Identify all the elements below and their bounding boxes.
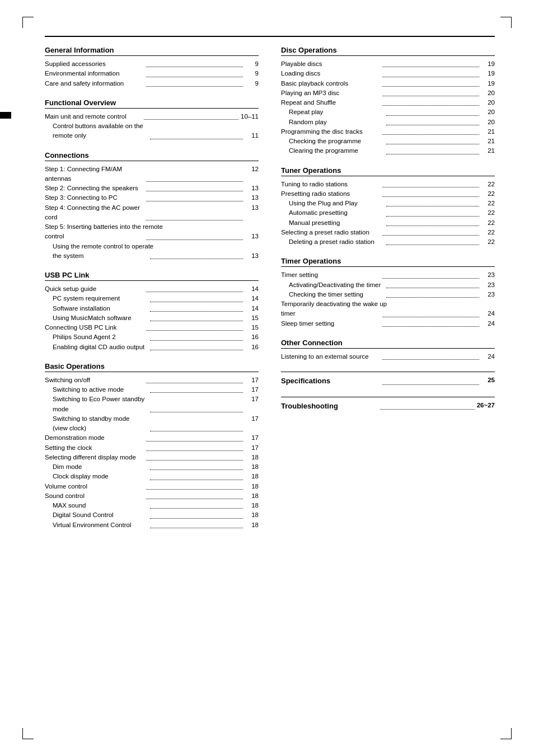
toc-item-dots <box>386 137 479 144</box>
toc-item-page: 17 <box>245 443 259 453</box>
toc-item: Supplied accessories9 <box>45 59 259 69</box>
toc-item: Switching to standby mode (view clock)17 <box>45 414 259 434</box>
toc-item-page: 9 <box>245 79 259 88</box>
toc-item-page: 18 <box>245 520 259 530</box>
page-num-specifications: 25 <box>481 375 495 387</box>
toc-item: Manual presetting22 <box>281 218 495 228</box>
toc-item-page: 13 <box>245 193 259 203</box>
toc-item-dots <box>146 323 243 331</box>
toc-item: Selecting a preset radio station22 <box>281 228 495 237</box>
toc-item-text: Enabling digital CD audio output <box>53 342 148 352</box>
toc-item-page: 9 <box>245 69 259 78</box>
toc-item-page: 18 <box>245 491 259 501</box>
toc-item: Random play20 <box>281 118 495 127</box>
toc-item-dots <box>386 218 479 226</box>
toc-item: Listening to an external source24 <box>281 352 495 361</box>
toc-item-page: 22 <box>481 208 495 218</box>
toc-item-dots <box>386 146 479 154</box>
toc-item-page: 19 <box>481 59 495 69</box>
toc-item-text: Virtual Environment Control <box>53 520 148 530</box>
toc-item-dots <box>146 443 243 451</box>
toc-item-page: 19 <box>481 69 495 78</box>
toc-item: Volume control18 <box>45 482 259 491</box>
toc-item-dots <box>146 59 243 67</box>
toc-item-page: 12 <box>245 165 259 184</box>
section-title-troubleshooting: Troubleshooting <box>281 401 378 412</box>
toc-item-text: Checking the programme <box>289 137 384 146</box>
toc-item-text: MAX sound <box>53 501 148 510</box>
toc-item-text: Selecting a preset radio station <box>281 228 380 237</box>
section-title-row-troubleshooting: Troubleshooting26~27 <box>281 397 495 412</box>
toc-item-dots <box>146 232 243 240</box>
section-title-basic-operations: Basic Operations <box>45 362 259 372</box>
toc-item-text: Using the Plug and Play <box>289 199 384 208</box>
corner-mark-tr <box>500 17 512 28</box>
toc-item: Deleting a preset radio station22 <box>281 237 495 247</box>
toc-item: Sound control18 <box>45 491 259 501</box>
toc-item-text: Playable discs <box>281 59 380 69</box>
toc-item-dots <box>382 309 479 317</box>
toc-item: Using the Plug and Play22 <box>281 199 495 208</box>
toc-item: Control buttons available on the <box>45 121 259 131</box>
toc-item-text: Software installation <box>53 304 148 313</box>
toc-item-dots <box>150 472 243 480</box>
toc-item: Enabling digital CD audio output16 <box>45 342 259 352</box>
toc-item-text: Switching to active mode <box>53 385 148 395</box>
toc-item: Repeat and Shuffle20 <box>281 98 495 107</box>
toc-item: Software installation14 <box>45 304 259 313</box>
toc-item-dots <box>386 199 479 206</box>
toc-item-dots <box>144 112 238 120</box>
toc-item-page: 20 <box>481 107 495 117</box>
toc-item-text: Switching to Eco Power standby mode <box>53 395 148 414</box>
section-functional-overview: Functional OverviewMain unit and remote … <box>45 98 259 141</box>
toc-item-page: 13 <box>245 232 259 241</box>
toc-item-page: 18 <box>245 472 259 481</box>
toc-item-dots <box>150 414 243 432</box>
toc-item-dots <box>386 107 479 115</box>
toc-item-text: PC system requirement <box>53 294 148 303</box>
toc-item-text: Repeat and Shuffle <box>281 98 380 107</box>
toc-item-text: Using the remote control to operate <box>53 242 259 251</box>
toc-item-page: 14 <box>245 304 259 313</box>
toc-item-text: Step 3: Connecting to PC <box>45 193 144 203</box>
toc-item-dots <box>146 184 243 191</box>
toc-item-dots <box>150 304 243 312</box>
toc-item: PC system requirement14 <box>45 294 259 303</box>
toc-item-dots <box>382 59 479 67</box>
toc-item-page: 22 <box>481 218 495 228</box>
toc-item-dots <box>150 313 243 321</box>
toc-item-page: 18 <box>245 501 259 510</box>
toc-item: MAX sound18 <box>45 501 259 510</box>
toc-item-text: Step 1: Connecting FM/AM antennas <box>45 165 144 184</box>
toc-item-dots <box>146 203 243 221</box>
toc-item: Selecting different display mode18 <box>45 453 259 462</box>
toc-item-dots <box>150 385 243 393</box>
toc-item: Repeat play20 <box>281 107 495 117</box>
toc-item-dots <box>150 332 243 340</box>
section-basic-operations: Basic OperationsSwitching on/off17Switch… <box>45 362 259 530</box>
section-specifications: Specifications25 <box>281 372 495 387</box>
toc-item-dots <box>146 165 243 182</box>
toc-item-text: Quick setup guide <box>45 284 144 294</box>
toc-item-text: Switching on/off <box>45 375 144 385</box>
page-title <box>45 34 495 37</box>
toc-item-text: Volume control <box>45 482 144 491</box>
toc-item-text: Presetting radio stations <box>281 189 380 199</box>
toc-item-page: 13 <box>245 203 259 223</box>
toc-item-text: Using MusicMatch software <box>53 313 148 323</box>
toc-item-dots <box>382 228 479 236</box>
corner-mark-tl <box>22 17 34 28</box>
section-title-general-info: General Information <box>45 46 259 56</box>
section-usb-pc-link: USB PC LinkQuick setup guide14PC system … <box>45 271 259 352</box>
toc-item-dots <box>146 491 243 499</box>
toc-item-page: 17 <box>245 414 259 434</box>
toc-item-text: Step 5: Inserting batteries into the rem… <box>45 222 259 232</box>
toc-item-dots <box>386 118 479 125</box>
toc-item-text: Temporarily deactivating the wake up <box>281 299 495 309</box>
toc-item: Basic playback controls19 <box>281 79 495 88</box>
toc-item: Setting the clock17 <box>45 443 259 453</box>
toc-item-text: Timer setting <box>281 270 380 280</box>
toc-item-dots <box>150 342 243 350</box>
toc-item: timer24 <box>281 309 495 318</box>
right-column: Disc OperationsPlayable discs19Loading d… <box>281 46 495 540</box>
